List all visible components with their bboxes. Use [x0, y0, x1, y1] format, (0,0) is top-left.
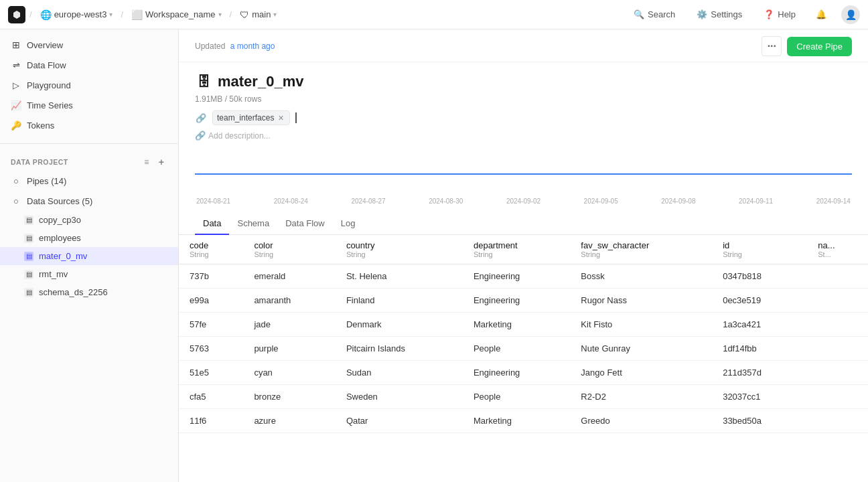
notifications-button[interactable]: 🔔 [812, 5, 830, 24]
chart-date-label: 2024-09-02 [506, 197, 540, 205]
table-row: cfa5bronzeSwedenPeopleR2-D232037cc1 [179, 385, 868, 409]
data-source-icon: 🗄 [195, 73, 212, 90]
cell-id-6: 33bed50a [712, 409, 807, 433]
col-name-code: code [190, 240, 208, 250]
help-button[interactable]: ❓ Help [758, 7, 801, 22]
sidebar-item-tokens[interactable]: 🔑 Tokens [0, 115, 178, 135]
sidebar-item-dataflow[interactable]: ⇌ Data Flow [0, 55, 178, 75]
cell-code-1: e99a [179, 289, 243, 313]
sidebar-item-mater-0-mv[interactable]: ▤ mater_0_mv [0, 247, 178, 265]
cell-fav_sw_character-1: Rugor Nass [570, 289, 712, 313]
workspace-icon: ⬜ [131, 9, 143, 20]
chart-date-label: 2024-09-11 [739, 197, 773, 205]
sidebar: ⊞ Overview ⇌ Data Flow ▷ Playground 📈 Ti… [0, 29, 179, 482]
tab-data-flow[interactable]: Data Flow [277, 213, 333, 235]
sidebar-item-employees[interactable]: ▤ employees [0, 229, 178, 247]
datasource-sub-icon-4: ▤ [24, 288, 33, 297]
sidebar-item-playground[interactable]: ▷ Playground [0, 75, 178, 95]
cell-extra-1 [807, 289, 868, 313]
datasource-sub-icon-0: ▤ [24, 216, 33, 225]
tokens-icon: 🔑 [11, 120, 21, 131]
table-row: 57fejadeDenmarkMarketingKit Fisto1a3ca42… [179, 313, 868, 337]
tab-schema[interactable]: Schema [229, 213, 277, 235]
profile-icon: 👤 [845, 9, 857, 20]
breadcrumb-branch[interactable]: 🛡 main ▾ [236, 8, 281, 21]
pipes-icon: ○ [11, 175, 21, 186]
topnav-logo[interactable] [8, 6, 25, 23]
mater-0-mv-label: mater_0_mv [39, 251, 87, 261]
cell-fav_sw_character-6: Greedo [570, 409, 712, 433]
more-options-button[interactable]: ··· [762, 36, 782, 56]
main-content: Updated a month ago ··· Create Pipe 🗄 ma… [179, 29, 868, 482]
cell-id-0: 0347b818 [712, 264, 807, 289]
create-pipe-button[interactable]: Create Pipe [787, 37, 852, 56]
cell-department-2: Marketing [463, 313, 570, 337]
help-label: Help [778, 9, 796, 19]
dataflow-icon: ⇌ [11, 60, 21, 70]
cell-fav_sw_character-3: Nute Gunray [570, 337, 712, 361]
search-icon: 🔍 [634, 9, 644, 19]
branch-chevron-icon: ▾ [273, 11, 277, 18]
gear-icon: ⚙️ [697, 9, 707, 19]
sidebar-item-rmt-mv[interactable]: ▤ rmt_mv [0, 265, 178, 283]
sidebar-item-overview[interactable]: ⊞ Overview [0, 35, 178, 55]
add-description[interactable]: 🔗 Add description... [195, 131, 852, 141]
cell-code-0: 737b [179, 264, 243, 289]
cell-color-2: jade [243, 313, 336, 337]
overview-label: Overview [27, 40, 63, 50]
add-item-btn[interactable]: + [155, 156, 167, 168]
breadcrumb-sep-0: / [29, 9, 32, 19]
updated-info: Updated a month ago [195, 42, 275, 51]
cursor-indicator [295, 112, 297, 123]
cell-color-0: emerald [243, 264, 336, 289]
tab-data[interactable]: Data [195, 213, 229, 235]
filter-icon-btn[interactable]: ≡ [141, 156, 153, 168]
cell-id-4: 211d357d [712, 361, 807, 385]
playground-label: Playground [27, 80, 71, 90]
profile-button[interactable]: 👤 [841, 5, 860, 24]
cell-color-3: purple [243, 337, 336, 361]
employees-label: employees [39, 233, 81, 243]
chart-date-label: 2024-08-24 [274, 197, 308, 205]
tab-log[interactable]: Log [333, 213, 364, 235]
tag-remove-button[interactable]: × [278, 113, 283, 123]
resource-header: 🗄 mater_0_mv 1.91MB / 50k rows 🔗 team_in… [179, 62, 868, 149]
chart-svg [195, 154, 852, 194]
breadcrumb-region[interactable]: 🌐 europe-west3 ▾ [36, 8, 117, 21]
table-row: e99aamaranthFinlandEngineeringRugor Nass… [179, 289, 868, 313]
region-label: europe-west3 [54, 9, 107, 19]
sidebar-item-timeseries[interactable]: 📈 Time Series [0, 95, 178, 115]
cell-department-1: Engineering [463, 289, 570, 313]
chart-date-label: 2024-09-08 [661, 197, 695, 205]
resource-tags: 🔗 team_interfaces × [195, 110, 852, 125]
col-name-country: country [346, 240, 375, 250]
col-type-code: String [190, 250, 232, 258]
cell-id-3: 1df14fbb [712, 337, 807, 361]
chart-date-label: 2024-08-27 [351, 197, 385, 205]
sidebar-item-pipes[interactable]: ○ Pipes (14) [0, 171, 178, 191]
updated-link[interactable]: a month ago [230, 42, 275, 51]
topnav-right: 🔍 Search ⚙️ Settings ❓ Help 🔔 👤 [628, 5, 860, 24]
sidebar-item-copy-cp3o[interactable]: ▤ copy_cp3o [0, 211, 178, 229]
col-name-department: department [474, 240, 518, 250]
col-header-id: idString [712, 235, 807, 264]
breadcrumb-workspace[interactable]: ⬜ Workspace_name ▾ [127, 8, 226, 21]
table-row: 737bemeraldSt. HelenaEngineeringBossk034… [179, 264, 868, 289]
table-row: 5763purplePitcairn IslandsPeopleNute Gun… [179, 337, 868, 361]
help-icon: ❓ [764, 9, 774, 19]
dataflow-label: Data Flow [27, 60, 66, 70]
cell-extra-5 [807, 385, 868, 409]
sidebar-item-datasources[interactable]: ○ Data Sources (5) [0, 191, 178, 211]
resource-meta: 1.91MB / 50k rows [195, 94, 852, 104]
cell-country-3: Pitcairn Islands [336, 337, 463, 361]
search-button[interactable]: 🔍 Search [628, 7, 680, 22]
sidebar-item-schema-ds-2256[interactable]: ▤ schema_ds_2256 [0, 283, 178, 301]
cell-code-6: 11f6 [179, 409, 243, 433]
chart-date-label: 2024-08-30 [429, 197, 463, 205]
settings-button[interactable]: ⚙️ Settings [691, 7, 747, 22]
data-project-header: DATA PROJECT ≡ + [0, 152, 178, 171]
cell-country-0: St. Helena [336, 264, 463, 289]
datasource-sub-icon-1: ▤ [24, 234, 33, 243]
table-row: 11f6azureQatarMarketingGreedo33bed50a [179, 409, 868, 433]
datasource-sub-icon-3: ▤ [24, 270, 33, 279]
